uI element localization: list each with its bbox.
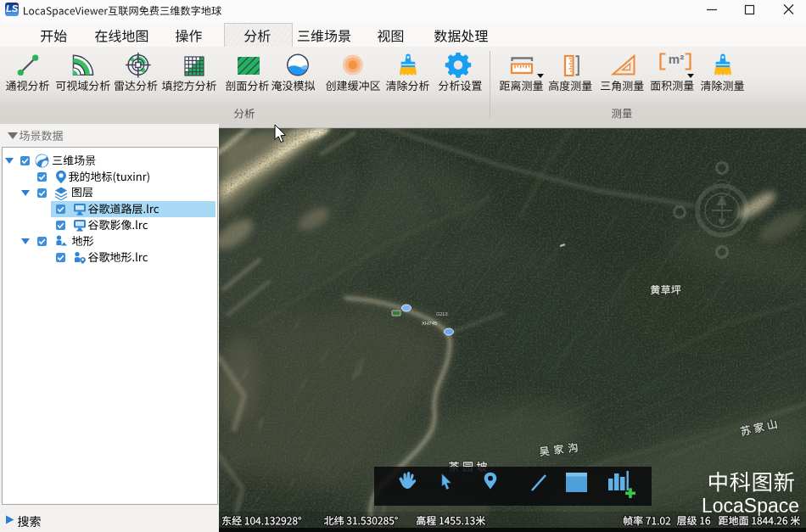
svg-text:G213: G213 [436,311,447,316]
svg-text:XH745: XH745 [422,321,438,326]
